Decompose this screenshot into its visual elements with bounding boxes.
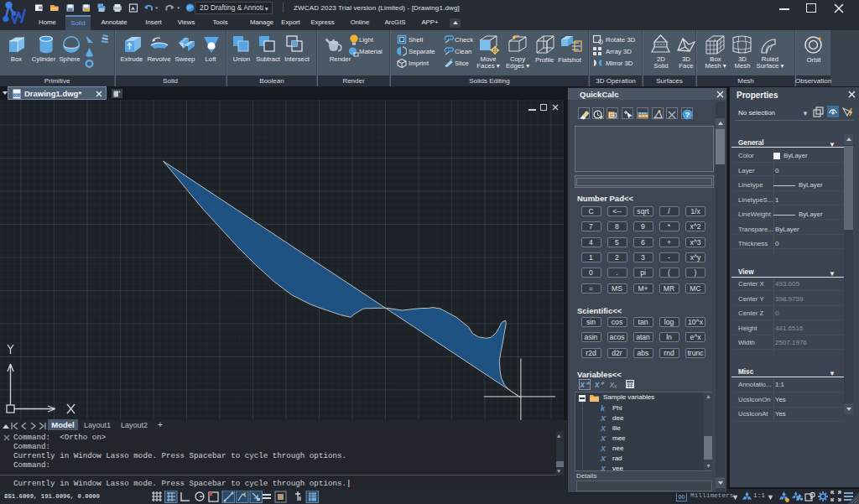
svg-text:?: ?	[685, 111, 690, 119]
